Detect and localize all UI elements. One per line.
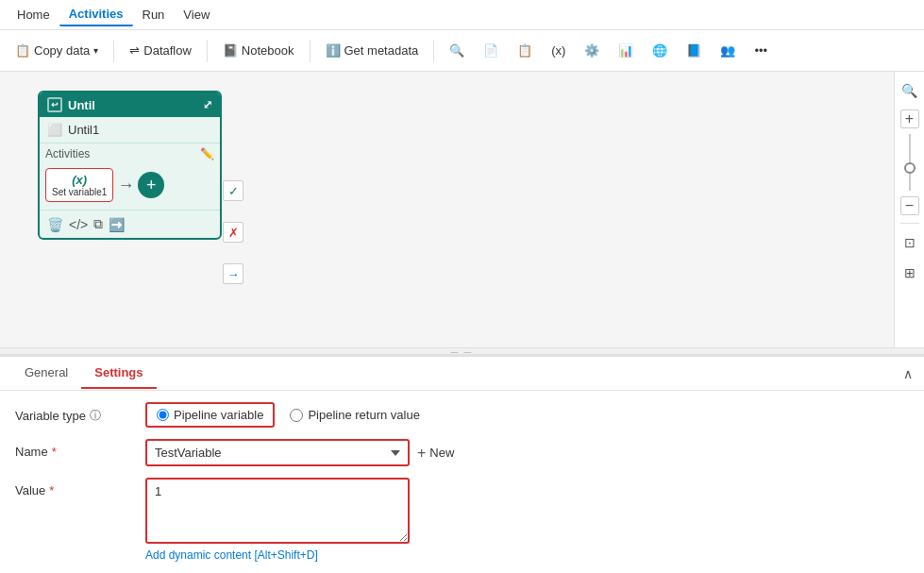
collapse-handle[interactable]: — — bbox=[0, 347, 924, 355]
dataflow-icon: ⇌ bbox=[129, 43, 140, 58]
variable-type-info-icon: ⓘ bbox=[90, 408, 101, 424]
main-area: ↩ Until ⤢ ⬜ Until1 Activities ✏️ (x) Set… bbox=[0, 72, 924, 347]
variable-toolbar-button[interactable]: (x) bbox=[544, 40, 573, 61]
activity-row: (x) Set variable1 → + bbox=[45, 164, 214, 206]
chart-toolbar-icon: 📊 bbox=[618, 43, 633, 58]
menu-activities[interactable]: Activities bbox=[59, 3, 133, 26]
menu-bar: Home Activities Run View bbox=[0, 0, 924, 30]
navigate-arrow-button[interactable]: → bbox=[223, 263, 244, 284]
variable-type-row: Variable type ⓘ Pipeline variable Pipeli… bbox=[15, 402, 909, 428]
select-wrapper: TestVariable + New bbox=[145, 439, 909, 466]
code-icon[interactable]: </> bbox=[69, 217, 88, 232]
globe-toolbar-button[interactable]: 🌐 bbox=[645, 40, 675, 61]
settings-content: Variable type ⓘ Pipeline variable Pipeli… bbox=[0, 391, 924, 573]
plus-icon: + bbox=[417, 445, 426, 462]
search-toolbar-icon: 🔍 bbox=[449, 43, 464, 58]
sidebar-divider bbox=[900, 223, 919, 224]
notebook-button[interactable]: 📓 Notebook bbox=[215, 40, 302, 61]
pipeline-return-radio[interactable] bbox=[290, 409, 303, 422]
tab-general[interactable]: General bbox=[11, 358, 81, 389]
activity-name: Set variable1 bbox=[52, 187, 107, 197]
tab-settings[interactable]: Settings bbox=[81, 358, 156, 389]
grid-icon[interactable]: ⊞ bbox=[900, 261, 919, 284]
fx-icon: (x) bbox=[72, 173, 87, 187]
zoom-control: + − bbox=[900, 110, 919, 215]
until-header: ↩ Until ⤢ bbox=[40, 93, 220, 117]
value-label: Value * bbox=[15, 478, 138, 497]
radio-group: Pipeline variable Pipeline return value bbox=[145, 402, 909, 428]
bottom-panel: General Settings ∧ Variable type ⓘ Pipel… bbox=[0, 355, 924, 573]
get-metadata-icon: ℹ️ bbox=[326, 43, 341, 58]
tabs-row: General Settings bbox=[11, 358, 157, 389]
dataflow-button[interactable]: ⇌ Dataflow bbox=[122, 40, 199, 61]
name-select[interactable]: TestVariable bbox=[145, 439, 410, 466]
pipeline-return-option[interactable]: Pipeline return value bbox=[290, 408, 420, 422]
copy-data-button[interactable]: 📋 Copy data ▾ bbox=[8, 40, 106, 61]
panel-collapse-button[interactable]: ∧ bbox=[903, 366, 913, 381]
more-icon: ••• bbox=[754, 43, 767, 58]
name-row: Name * TestVariable + New bbox=[15, 439, 909, 466]
settings-toolbar-button[interactable]: 📋 bbox=[510, 40, 540, 61]
until-name-row: ⬜ Until1 bbox=[40, 117, 220, 143]
value-row: Value * 1 Add dynamic content [Alt+Shift… bbox=[15, 478, 909, 562]
zoom-track bbox=[909, 134, 911, 191]
until-name-icon: ⬜ bbox=[47, 123, 62, 137]
add-activity-button[interactable]: + bbox=[138, 172, 164, 198]
expand-icon[interactable]: ⤢ bbox=[203, 98, 212, 111]
pipeline-variable-label: Pipeline variable bbox=[174, 408, 263, 422]
activities-label: Activities ✏️ bbox=[45, 147, 214, 160]
canvas-area[interactable]: ↩ Until ⤢ ⬜ Until1 Activities ✏️ (x) Set… bbox=[0, 72, 894, 347]
edit-pencil-icon[interactable]: ✏️ bbox=[200, 147, 214, 160]
new-label: New bbox=[429, 446, 454, 460]
value-textarea[interactable]: 1 bbox=[145, 478, 410, 544]
zoom-handle[interactable] bbox=[904, 162, 916, 174]
teams-toolbar-button[interactable]: 👥 bbox=[713, 40, 743, 61]
pipeline-variable-option[interactable]: Pipeline variable bbox=[145, 402, 275, 428]
dataflow-label: Dataflow bbox=[143, 43, 192, 58]
dynamic-content-link[interactable]: Add dynamic content [Alt+Shift+D] bbox=[145, 548, 909, 562]
until-name: Until1 bbox=[68, 123, 99, 137]
search-toolbar-button[interactable]: 🔍 bbox=[442, 40, 472, 61]
config-toolbar-button[interactable]: ⚙️ bbox=[577, 40, 607, 61]
menu-run[interactable]: Run bbox=[133, 4, 175, 25]
copy-data-label: Copy data bbox=[34, 43, 90, 58]
get-metadata-button[interactable]: ℹ️ Get metadata bbox=[318, 40, 427, 61]
navigate-icon[interactable]: ➡️ bbox=[109, 217, 125, 232]
book-toolbar-button[interactable]: 📘 bbox=[679, 40, 709, 61]
toolbar-divider-2 bbox=[207, 40, 208, 62]
settings-toolbar-icon: 📋 bbox=[517, 43, 532, 58]
notebook-label: Notebook bbox=[242, 43, 294, 58]
menu-home[interactable]: Home bbox=[8, 4, 59, 25]
copy-data-icon: 📋 bbox=[15, 43, 30, 58]
sidebar-search-icon[interactable]: 🔍 bbox=[898, 79, 921, 102]
zoom-out-button[interactable]: − bbox=[900, 196, 919, 215]
bottom-panel-header: General Settings ∧ bbox=[0, 357, 924, 391]
toolbar-divider-3 bbox=[310, 40, 311, 62]
copy-toolbar-button[interactable]: 📄 bbox=[476, 40, 506, 61]
value-control: 1 Add dynamic content [Alt+Shift+D] bbox=[145, 478, 909, 562]
pipeline-variable-radio[interactable] bbox=[157, 409, 169, 421]
book-toolbar-icon: 📘 bbox=[686, 43, 701, 58]
copy-data-chevron-icon: ▾ bbox=[93, 45, 98, 56]
get-metadata-label: Get metadata bbox=[344, 43, 419, 58]
copy-toolbar-icon: 📄 bbox=[483, 43, 498, 58]
delete-icon[interactable]: 🗑️ bbox=[47, 217, 63, 232]
variable-toolbar-icon: (x) bbox=[551, 43, 565, 58]
set-variable-activity[interactable]: (x) Set variable1 bbox=[45, 168, 113, 202]
zoom-in-button[interactable]: + bbox=[900, 110, 919, 128]
arrow-line: → bbox=[117, 176, 134, 195]
more-toolbar-button[interactable]: ••• bbox=[747, 40, 775, 61]
fit-view-icon[interactable]: ⊡ bbox=[900, 231, 919, 254]
new-button[interactable]: + New bbox=[417, 445, 454, 462]
variable-type-label: Variable type ⓘ bbox=[15, 402, 138, 424]
variable-type-control: Pipeline variable Pipeline return value bbox=[145, 402, 909, 428]
until-block[interactable]: ↩ Until ⤢ ⬜ Until1 Activities ✏️ (x) Set… bbox=[38, 91, 222, 240]
chart-toolbar-button[interactable]: 📊 bbox=[611, 40, 641, 61]
error-arrow-button[interactable]: ✗ bbox=[223, 222, 244, 243]
copy-icon[interactable]: ⧉ bbox=[93, 216, 103, 232]
pipeline-return-label: Pipeline return value bbox=[308, 408, 420, 422]
toolbar: 📋 Copy data ▾ ⇌ Dataflow 📓 Notebook ℹ️ G… bbox=[0, 30, 924, 72]
check-arrow-button[interactable]: ✓ bbox=[223, 180, 244, 201]
menu-view[interactable]: View bbox=[174, 4, 219, 25]
notebook-icon: 📓 bbox=[223, 43, 238, 58]
